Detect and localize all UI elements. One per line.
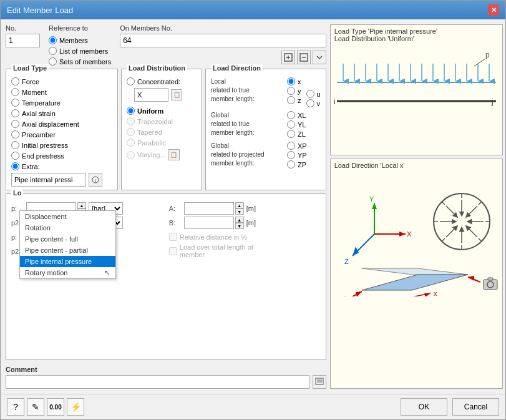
extra-dropdown[interactable]: Pipe internal pressi [11, 173, 86, 187]
dir-x[interactable]: x [287, 77, 301, 85]
p1-up[interactable]: ▲ [77, 202, 86, 208]
lt-precamber[interactable]: Precamber [11, 130, 112, 139]
dir-zp[interactable]: ZP [287, 160, 321, 168]
diagram-bottom: Load Direction 'Local x' Y Z [330, 159, 503, 389]
dropdown-displacement[interactable]: Displacement [20, 211, 115, 222]
no-group: No. [6, 24, 40, 47]
svg-text:i: i [344, 295, 346, 296]
a-spinner[interactable]: ▲ ▼ [235, 202, 244, 215]
a-up[interactable]: ▲ [235, 202, 244, 208]
dir-xl[interactable]: XL [287, 111, 321, 119]
members-edit-btn[interactable] [297, 51, 311, 64]
global1-row: Globalrelated to truemember length: XL Y… [211, 111, 321, 138]
svg-text:Y: Y [369, 195, 374, 203]
extra-dropdown-popup: Displacement Rotation Pipe content - ful… [19, 210, 116, 279]
b-down[interactable]: ▼ [235, 223, 244, 229]
dir-z[interactable]: z [287, 96, 301, 104]
a-input-group: ▲ ▼ [184, 202, 244, 215]
ok-button[interactable]: OK [401, 398, 447, 416]
on-members-input[interactable] [120, 34, 326, 47]
members-pick-btn[interactable] [281, 51, 295, 64]
bottom-icons: ? ✎ 0.00 ⚡ [7, 398, 84, 416]
close-button[interactable]: ✕ [488, 4, 499, 16]
right-panel: Load Type 'Pipe internal pressure' Load … [330, 24, 503, 389]
lt-moment[interactable]: Moment [11, 88, 112, 96]
ld-tapered[interactable]: Tapered [127, 128, 197, 136]
left-panel: No. Reference to Members List of m [6, 24, 326, 389]
dropdown-pipe-content-full[interactable]: Pipe content - full [20, 233, 115, 245]
dropdown-rotation[interactable]: Rotation [20, 222, 115, 233]
lt-axial-displacement[interactable]: Axial displacement [11, 120, 112, 128]
help-btn[interactable]: ? [7, 398, 24, 416]
comment-section: Comment [6, 366, 326, 389]
dir-zl[interactable]: ZL [287, 130, 321, 138]
ld-x-row: X 📋 [134, 88, 197, 102]
a-input[interactable] [184, 202, 234, 215]
ref-list[interactable]: List of members [49, 47, 111, 55]
lt-extra[interactable]: Extra: [11, 162, 112, 170]
ld-concentrated[interactable]: Concentrated: [127, 77, 180, 85]
relative-distance-cb[interactable]: Relative distance in % [169, 233, 321, 241]
ld-x-dropdown[interactable]: X [134, 88, 168, 102]
b-spinner[interactable]: ▲ ▼ [235, 217, 244, 229]
a-label: A: [169, 205, 182, 212]
members-arrow-btn[interactable] [313, 51, 326, 64]
dropdown-pipe-internal-pressure[interactable]: Pipe internal pressure [20, 256, 115, 267]
cancel-button[interactable]: Cancel [452, 398, 499, 416]
a-down[interactable]: ▼ [235, 208, 244, 215]
lt-temperature[interactable]: Temperature [11, 99, 112, 107]
ld-trapezoidal[interactable]: Trapezoidal [127, 117, 197, 125]
dir-yp[interactable]: YP [287, 151, 321, 159]
dropdown-rotary-motion[interactable]: Rotary motion [20, 267, 115, 278]
dir-yl[interactable]: YL [287, 120, 321, 129]
extra-info-btn[interactable]: i [89, 173, 102, 187]
title-bar: Edit Member Load ✕ [1, 1, 505, 19]
b-input-group: ▲ ▼ [184, 217, 244, 229]
lt-end-prestress[interactable]: End prestress [11, 152, 112, 160]
load-type-group: Force Moment Temperature Axial strain Ax… [11, 77, 112, 170]
ld-parabolic[interactable]: Parabolic [127, 139, 197, 147]
ld-x-btn[interactable]: 📋 [171, 89, 182, 100]
reference-label: Reference to [49, 24, 111, 32]
diagram-top-svg: p i j [331, 45, 502, 145]
on-members-row [120, 34, 326, 47]
lt-initial-prestress[interactable]: Initial prestress [11, 141, 112, 149]
diagram-bottom-svg: Y Z X [331, 172, 502, 296]
load-type-title: Load Type [11, 64, 49, 72]
svg-line-26 [474, 59, 485, 66]
no-input[interactable] [6, 34, 40, 47]
dir-y[interactable]: y [287, 87, 301, 95]
dialog-title: Edit Member Load [7, 6, 73, 15]
comment-btn[interactable] [313, 375, 326, 389]
lt-force[interactable]: Force [11, 77, 112, 85]
dir-u[interactable]: u [306, 90, 321, 98]
b-up[interactable]: ▲ [235, 217, 244, 223]
dir-xp[interactable]: XP [287, 142, 321, 150]
export-btn[interactable]: ⚡ [67, 398, 84, 416]
local-row: Localrelated to truemember length: x y z… [211, 77, 321, 107]
comment-label: Comment [6, 366, 326, 373]
lt-axial-strain[interactable]: Axial strain [11, 109, 112, 117]
local-label: Localrelated to truemember length: [211, 77, 286, 104]
ld-varying[interactable]: Varying... [127, 151, 166, 159]
load-over-total-cb[interactable]: Load over total length ofmember [169, 243, 321, 258]
b-input[interactable] [184, 217, 234, 229]
svg-marker-37 [399, 232, 406, 237]
global2-row: Globalrelated to projectedmember length:… [211, 142, 321, 168]
ref-members[interactable]: Members [49, 36, 111, 44]
load-type-box: Load Type Force Moment Temperature Axial… [6, 69, 118, 190]
checkboxes: Relative distance in % Load over total l… [169, 233, 321, 258]
dropdown-pipe-content-partial[interactable]: Pipe content - partial [20, 245, 115, 256]
dir-v[interactable]: v [306, 99, 321, 107]
main-sections: Load Type Force Moment Temperature Axial… [6, 69, 326, 190]
comment-input[interactable] [6, 375, 309, 389]
b-label: B: [169, 219, 182, 227]
ref-sets[interactable]: Sets of members [49, 57, 111, 66]
svg-rect-67 [488, 278, 493, 280]
edit-btn[interactable]: ✎ [27, 398, 44, 416]
diagram-line2: Load Distribution 'Uniform' [334, 35, 414, 42]
svg-line-46 [442, 238, 445, 242]
calc-btn[interactable]: 0.00 [47, 398, 64, 416]
ld-varying-btn[interactable]: 📋 [168, 149, 180, 160]
ld-uniform[interactable]: Uniform [127, 107, 197, 115]
